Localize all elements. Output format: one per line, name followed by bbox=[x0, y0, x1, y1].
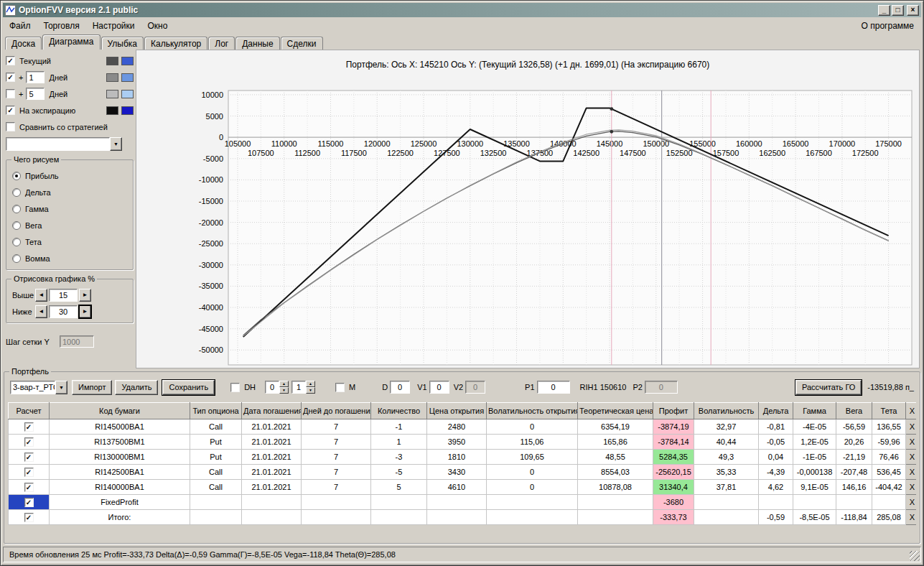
radio-button[interactable] bbox=[12, 188, 21, 197]
dh-spinner-1[interactable]: ▲▼ bbox=[265, 381, 289, 394]
tab-5[interactable]: Данные bbox=[235, 37, 279, 50]
column-header-12[interactable]: Гамма bbox=[793, 403, 836, 419]
close-button[interactable]: × bbox=[907, 5, 919, 16]
layer-checkbox[interactable]: ✓ bbox=[6, 106, 15, 115]
row-check-cell[interactable]: ✓ bbox=[9, 480, 50, 495]
below-decrement-button[interactable]: ◄ bbox=[35, 305, 47, 318]
below-value-input[interactable] bbox=[49, 305, 78, 318]
dh-spinner-1-input[interactable] bbox=[265, 381, 279, 394]
title-bar[interactable]: OptionFVV версия 2.1 public _ □ × bbox=[3, 3, 921, 17]
dh-checkbox[interactable] bbox=[230, 383, 240, 392]
row-checkbox[interactable]: ✓ bbox=[24, 437, 34, 447]
radio-button[interactable] bbox=[12, 238, 21, 246]
tab-3[interactable]: Калькулятор bbox=[144, 37, 207, 50]
column-header-11[interactable]: Дельта bbox=[759, 403, 793, 419]
row-check-cell[interactable]: ✓ bbox=[9, 419, 50, 435]
delete-row-button[interactable]: X bbox=[906, 450, 917, 465]
p1-field[interactable] bbox=[537, 381, 570, 394]
row-check-cell[interactable]: ✓ bbox=[9, 465, 50, 480]
chart-area[interactable]: Портфель: Ось X: 145210 Ось Y: (Текущий … bbox=[136, 50, 920, 368]
column-header-2[interactable]: Тип опциона bbox=[190, 403, 242, 419]
column-header-1[interactable]: Код бумаги bbox=[50, 403, 190, 419]
resize-grip[interactable] bbox=[910, 551, 920, 561]
maximize-button[interactable]: □ bbox=[892, 5, 904, 16]
tab-4[interactable]: Лог bbox=[208, 37, 235, 50]
menu-item-1[interactable]: Торговля bbox=[37, 19, 86, 32]
row-checkbox[interactable]: ✓ bbox=[24, 498, 34, 507]
tab-2[interactable]: Улыбка bbox=[101, 37, 144, 50]
preset-dropdown[interactable]: 3-вар-т_РТС ▼ bbox=[10, 381, 67, 394]
color-swatch[interactable] bbox=[106, 57, 118, 65]
tab-6[interactable]: Сделки bbox=[281, 37, 323, 50]
radio-option-2[interactable]: Гамма bbox=[12, 200, 129, 217]
radio-option-1[interactable]: Дельта bbox=[12, 184, 129, 200]
row-checkbox[interactable]: ✓ bbox=[24, 468, 34, 477]
delete-row-button[interactable]: X bbox=[906, 419, 917, 435]
chevron-down-icon[interactable]: ▼ bbox=[55, 381, 67, 394]
row-checkbox[interactable]: ✓ bbox=[24, 422, 34, 432]
menu-item-3[interactable]: Окно bbox=[141, 19, 174, 32]
column-header-6[interactable]: Цена открытия bbox=[427, 403, 487, 419]
profit-chart[interactable]: 1000050000-5000-10000-15000-20000-25000-… bbox=[136, 50, 920, 368]
above-value-input[interactable] bbox=[49, 289, 78, 302]
radio-button[interactable] bbox=[12, 172, 21, 180]
minimize-button[interactable]: _ bbox=[878, 5, 890, 16]
layer-checkbox[interactable]: ✓ bbox=[6, 73, 15, 82]
color-swatch[interactable] bbox=[121, 106, 134, 115]
days-input[interactable] bbox=[26, 88, 45, 100]
color-swatch[interactable] bbox=[121, 90, 134, 98]
dh-spinner-2-input[interactable] bbox=[291, 381, 306, 394]
tab-1[interactable]: Диаграмма bbox=[42, 34, 100, 50]
radio-button[interactable] bbox=[12, 221, 21, 230]
column-header-5[interactable]: Количество bbox=[371, 403, 427, 419]
spin-up-icon[interactable]: ▲ bbox=[279, 381, 289, 387]
row-checkbox[interactable]: ✓ bbox=[24, 513, 34, 522]
spin-down-icon[interactable]: ▼ bbox=[279, 387, 289, 394]
column-header-4[interactable]: Дней до погашения bbox=[302, 403, 371, 419]
delete-row-button[interactable]: X bbox=[906, 495, 917, 510]
compare-checkbox[interactable] bbox=[6, 122, 15, 131]
column-header-9[interactable]: Профит bbox=[653, 403, 694, 419]
above-decrement-button[interactable]: ◄ bbox=[35, 289, 47, 302]
column-header-10[interactable]: Волатильность bbox=[694, 403, 759, 419]
row-check-cell[interactable]: ✓ bbox=[9, 510, 50, 525]
color-swatch[interactable] bbox=[106, 90, 118, 98]
radio-option-3[interactable]: Вега bbox=[12, 217, 129, 233]
menu-item-2[interactable]: Настройки bbox=[86, 19, 141, 32]
row-check-cell[interactable]: ✓ bbox=[9, 450, 50, 465]
color-swatch[interactable] bbox=[121, 57, 134, 65]
menu-item-0[interactable]: Файл bbox=[3, 19, 37, 32]
radio-option-4[interactable]: Тета bbox=[12, 233, 129, 250]
layer-checkbox[interactable]: ✓ bbox=[6, 56, 15, 65]
save-button[interactable]: Сохранить bbox=[162, 380, 215, 395]
delete-row-button[interactable]: X bbox=[906, 465, 917, 480]
radio-button[interactable] bbox=[12, 254, 21, 263]
column-header-13[interactable]: Вега bbox=[836, 403, 872, 419]
menu-about[interactable]: О программе bbox=[855, 19, 921, 32]
layer-checkbox[interactable] bbox=[6, 89, 15, 98]
row-checkbox[interactable]: ✓ bbox=[24, 483, 34, 492]
spin-down-icon[interactable]: ▼ bbox=[306, 387, 315, 394]
row-check-cell[interactable]: ✓ bbox=[9, 495, 50, 510]
column-header-14[interactable]: Тета bbox=[872, 403, 906, 419]
below-increment-button[interactable]: ► bbox=[79, 305, 91, 318]
row-checkbox[interactable]: ✓ bbox=[24, 453, 34, 462]
days-input[interactable] bbox=[26, 71, 45, 83]
tab-0[interactable]: Доска bbox=[5, 37, 42, 50]
column-header-7[interactable]: Волатильность открытия bbox=[487, 403, 578, 419]
calc-go-button[interactable]: Рассчитать ГО bbox=[795, 380, 862, 395]
color-swatch[interactable] bbox=[106, 106, 118, 115]
radio-option-5[interactable]: Вомма bbox=[12, 250, 129, 266]
column-header-8[interactable]: Теоретическая цена bbox=[578, 403, 653, 419]
color-swatch[interactable] bbox=[121, 73, 134, 82]
column-header-0[interactable]: Расчет bbox=[9, 403, 50, 419]
v1-field[interactable] bbox=[429, 381, 449, 394]
delete-row-button[interactable]: X bbox=[906, 510, 917, 525]
d-field[interactable] bbox=[390, 381, 410, 394]
radio-option-0[interactable]: Прибыль bbox=[12, 167, 129, 184]
m-checkbox[interactable] bbox=[335, 383, 345, 392]
row-check-cell[interactable]: ✓ bbox=[9, 435, 50, 450]
dh-spinner-2[interactable]: ▲▼ bbox=[291, 381, 315, 394]
radio-button[interactable] bbox=[12, 205, 21, 213]
column-header-15[interactable]: X bbox=[906, 403, 917, 419]
